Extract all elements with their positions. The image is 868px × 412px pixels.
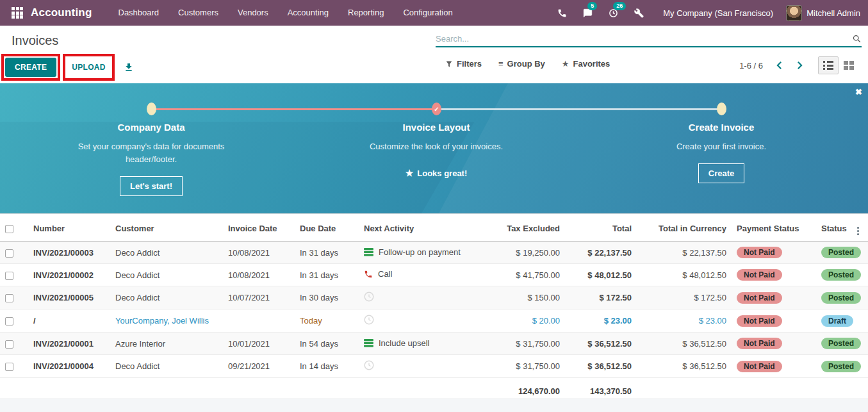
clock-activity-icon[interactable] <box>364 360 374 370</box>
tasks-activity-icon[interactable] <box>364 339 373 347</box>
tools-icon[interactable] <box>632 6 645 19</box>
apps-menu-icon[interactable] <box>12 7 23 19</box>
menu-vendors[interactable]: Vendors <box>228 0 278 26</box>
call-activity-icon[interactable] <box>364 270 373 279</box>
create-invoice-button[interactable]: Create <box>698 163 744 183</box>
menu-configuration[interactable]: Configuration <box>393 0 462 26</box>
col-total[interactable]: Total <box>565 214 637 242</box>
menu-dashboard[interactable]: Dashboard <box>109 0 169 26</box>
step-description: Set your company's data for documents he… <box>78 140 225 166</box>
invoice-list: Number Customer Invoice Date Due Date Ne… <box>0 213 868 404</box>
control-panel: Invoices CREATE UPLOAD Filters ≡ Group B… <box>0 26 868 83</box>
col-invoice-date[interactable]: Invoice Date <box>223 214 295 242</box>
row-checkbox[interactable] <box>5 249 13 258</box>
search-icon[interactable] <box>852 34 862 44</box>
user-menu[interactable]: Mitchell Admin <box>786 5 860 21</box>
menu-reporting[interactable]: Reporting <box>338 0 393 26</box>
step-dot-create-invoice <box>717 103 726 115</box>
col-due-date[interactable]: Due Date <box>295 214 359 242</box>
step-title: Create Invoice <box>606 122 837 133</box>
menu-customers[interactable]: Customers <box>168 0 228 26</box>
company-switcher[interactable]: My Company (San Francisco) <box>663 8 773 18</box>
filters-button[interactable]: Filters <box>445 59 482 69</box>
payment-status-badge: Not Paid <box>737 361 782 372</box>
page-title: Invoices <box>12 33 58 48</box>
view-switcher <box>818 56 859 74</box>
lets-start-button[interactable]: Let's start! <box>120 176 183 196</box>
step-title: Company Data <box>36 122 266 133</box>
status-badge: Posted <box>821 361 861 372</box>
row-checkbox[interactable] <box>5 363 13 371</box>
row-checkbox[interactable] <box>5 272 13 280</box>
payment-status-badge: Not Paid <box>737 247 782 258</box>
kanban-view-icon <box>844 61 854 70</box>
col-status[interactable]: Status <box>816 214 852 242</box>
table-row[interactable]: INV/2021/00003 Deco Addict 10/08/2021 In… <box>0 242 868 264</box>
clock-activity-icon[interactable] <box>364 315 374 325</box>
col-customer[interactable]: Customer <box>110 214 223 242</box>
group-by-icon: ≡ <box>498 59 504 69</box>
row-checkbox[interactable] <box>5 340 13 349</box>
annotation-box-create: CREATE <box>1 54 60 81</box>
onboarding-step-create-invoice: Create Invoice Create your first invoice… <box>606 122 837 183</box>
step-dot-company-data <box>147 103 156 115</box>
col-total-in-currency[interactable]: Total in Currency <box>637 214 732 242</box>
kanban-view-button[interactable] <box>839 56 859 74</box>
col-payment-status[interactable]: Payment Status <box>732 214 816 242</box>
status-badge: Posted <box>821 292 861 304</box>
onboarding-step-company-data: Company Data Set your company's data for… <box>36 122 266 196</box>
star-icon: ★ <box>405 168 414 178</box>
table-row[interactable]: INV/2021/00002 Deco Addict 10/08/2021 In… <box>0 264 868 286</box>
pager-next-icon[interactable] <box>792 58 807 72</box>
payment-status-badge: Not Paid <box>737 292 782 304</box>
status-badge: Posted <box>821 269 861 281</box>
favorites-button[interactable]: ★ Favorites <box>562 59 610 69</box>
list-view-button[interactable] <box>818 56 839 74</box>
list-view-icon <box>823 61 833 70</box>
payment-status-badge: Not Paid <box>737 315 782 327</box>
group-by-button[interactable]: ≡ Group By <box>498 59 545 69</box>
table-row[interactable]: INV/2021/00005 Deco Addict 10/07/2021 In… <box>0 286 868 309</box>
table-row[interactable]: / YourCompany, Joel Willis Today $ 20.00… <box>0 309 868 333</box>
footer-strip <box>0 399 868 412</box>
col-number[interactable]: Number <box>28 214 110 242</box>
search-options: Filters ≡ Group By ★ Favorites <box>445 59 610 69</box>
pager-previous-icon[interactable] <box>772 58 786 72</box>
select-all-checkbox[interactable] <box>5 225 13 233</box>
col-next-activity[interactable]: Next Activity <box>359 214 487 242</box>
app-name[interactable]: Accounting <box>31 6 92 19</box>
step-description: Customize the look of your invoices. <box>363 140 510 153</box>
col-tax-excluded[interactable]: Tax Excluded <box>487 214 565 242</box>
phone-icon[interactable] <box>555 6 568 19</box>
payment-status-badge: Not Paid <box>737 338 782 349</box>
upload-button[interactable]: UPLOAD <box>67 58 110 77</box>
activities-badge: 26 <box>613 2 626 10</box>
activities-icon[interactable]: 26 <box>607 6 619 19</box>
pager-range: 1-6 / 6 <box>739 61 763 70</box>
tasks-activity-icon[interactable] <box>364 248 373 256</box>
payment-status-badge: Not Paid <box>737 269 782 281</box>
menu-accounting[interactable]: Accounting <box>278 0 338 26</box>
table-row[interactable]: INV/2021/00004 Deco Addict 09/21/2021 In… <box>0 355 868 378</box>
looks-great-link[interactable]: ★ Looks great! <box>405 168 468 178</box>
create-button[interactable]: CREATE <box>5 58 56 77</box>
row-checkbox[interactable] <box>5 317 13 325</box>
onboarding-banner: ✖ ✓ Company Data Set your company's data… <box>0 83 868 213</box>
row-checkbox[interactable] <box>5 294 13 302</box>
clock-activity-icon[interactable] <box>364 292 374 302</box>
export-icon[interactable] <box>124 62 134 72</box>
avatar <box>786 5 802 21</box>
messages-icon[interactable]: 5 <box>581 6 594 19</box>
search-input[interactable] <box>436 34 852 44</box>
step-title: Invoice Layout <box>321 122 552 133</box>
banner-close-icon[interactable]: ✖ <box>855 87 862 97</box>
table-header-row: Number Customer Invoice Date Due Date Ne… <box>0 214 868 242</box>
search-bar <box>436 34 862 47</box>
step-dot-invoice-layout-check-icon: ✓ <box>432 103 441 115</box>
filter-icon <box>445 60 453 68</box>
onboarding-progress: ✓ <box>0 108 868 110</box>
table-row[interactable]: INV/2021/00001 Azure Interior 10/01/2021… <box>0 333 868 355</box>
status-badge: Draft <box>821 315 853 327</box>
optional-columns-icon[interactable] <box>857 227 859 235</box>
main-menu: Dashboard Customers Vendors Accounting R… <box>109 0 463 26</box>
